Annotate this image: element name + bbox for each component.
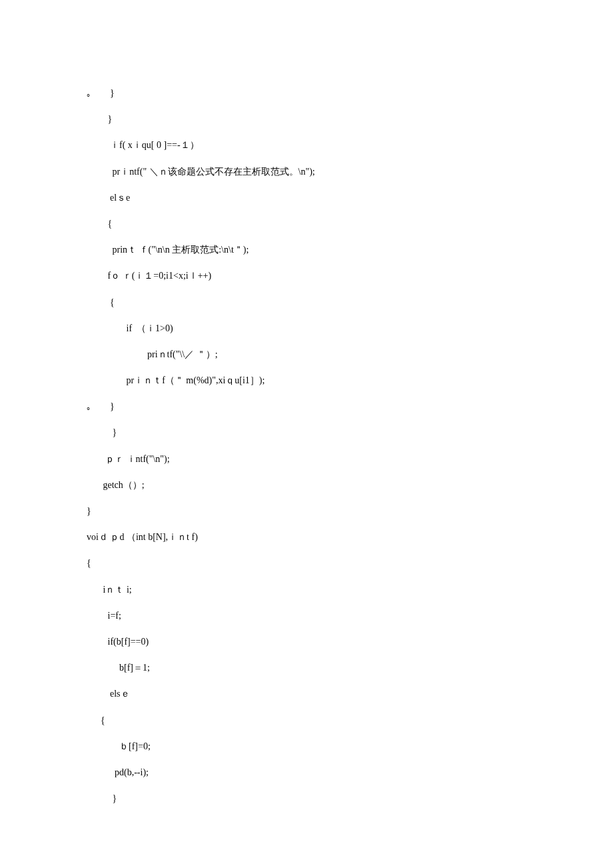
code-line: getch（）; bbox=[87, 472, 540, 498]
code-line: ｉf( xｉqu[ 0 ]==-１） bbox=[87, 132, 540, 158]
code-line: } bbox=[87, 419, 540, 445]
code-line: ｂ[f]=0; bbox=[87, 733, 540, 759]
code-line: priｎtf("\\／ ＂）; bbox=[87, 341, 540, 367]
code-line: b[f]＝1; bbox=[87, 655, 540, 681]
code-line: elsｅ bbox=[87, 681, 540, 707]
code-line: { bbox=[87, 211, 540, 237]
code-line: } bbox=[87, 498, 540, 524]
code-line: prｉntf(" ＼ｎ该命题公式不存在主析取范式。\n"); bbox=[87, 159, 540, 185]
code-line: if （ｉ1>0) bbox=[87, 315, 540, 341]
code-line: fｏ ｒ(ｉ１=0;i1<x;iｌ++) bbox=[87, 263, 540, 289]
code-line: prｉｎｔf（＂ m(%d)",xiｑu[i1］); bbox=[87, 367, 540, 393]
code-line: { bbox=[87, 707, 540, 733]
code-line: { bbox=[87, 289, 540, 315]
code-line: ｡ } bbox=[87, 80, 540, 106]
code-line: elｓe bbox=[87, 185, 540, 211]
code-line: if(b[f]==0) bbox=[87, 629, 540, 655]
code-line: iｎｔ i; bbox=[87, 577, 540, 603]
code-line: { bbox=[87, 550, 540, 576]
code-line: i=f; bbox=[87, 603, 540, 629]
code-line: ｡ } bbox=[87, 393, 540, 419]
code-line: prinｔ ｆ("\n\n 主析取范式:\n\t＂); bbox=[87, 237, 540, 263]
code-page: ｡ } } ｉf( xｉqu[ 0 ]==-１） prｉntf(" ＼ｎ该命题公… bbox=[0, 0, 613, 851]
code-line: pd(b,--i); bbox=[87, 759, 540, 785]
code-line: ｐｒ ｉntf("\n"); bbox=[87, 446, 540, 472]
code-line: } bbox=[87, 106, 540, 132]
code-line: } bbox=[87, 785, 540, 811]
code-line: voiｄ ｐd （int b[N],ｉｎt f) bbox=[87, 524, 540, 550]
